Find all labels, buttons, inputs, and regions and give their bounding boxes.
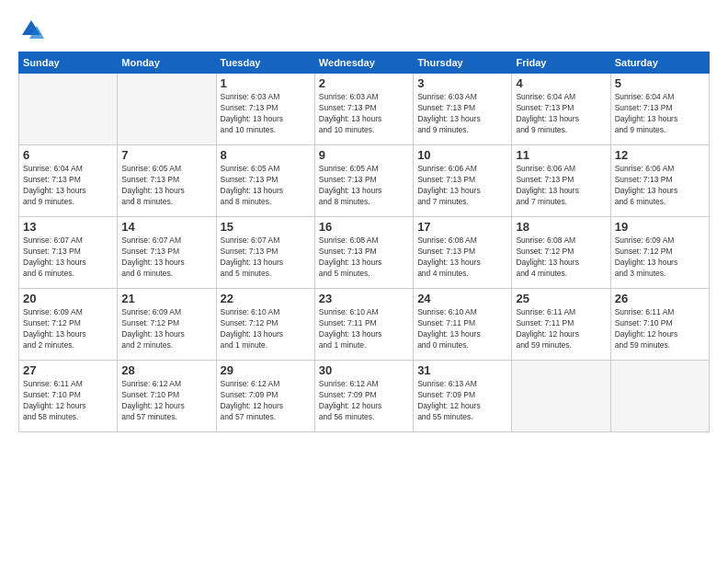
calendar-cell: 7Sunrise: 6:05 AM Sunset: 7:13 PM Daylig… (118, 145, 216, 217)
calendar-cell: 24Sunrise: 6:10 AM Sunset: 7:11 PM Dayli… (414, 289, 512, 361)
week-row-3: 20Sunrise: 6:09 AM Sunset: 7:12 PM Dayli… (19, 289, 710, 361)
day-number: 15 (221, 220, 311, 234)
calendar-cell: 19Sunrise: 6:09 AM Sunset: 7:12 PM Dayli… (610, 217, 709, 289)
calendar-cell: 17Sunrise: 6:08 AM Sunset: 7:13 PM Dayli… (414, 217, 512, 289)
day-number: 24 (417, 292, 507, 305)
day-number: 3 (417, 76, 507, 90)
day-number: 14 (121, 220, 211, 234)
calendar-cell: 25Sunrise: 6:11 AM Sunset: 7:11 PM Dayli… (512, 289, 610, 361)
logo-icon (18, 17, 44, 42)
day-info: Sunrise: 6:08 AM Sunset: 7:13 PM Dayligh… (319, 236, 409, 280)
day-number: 20 (23, 292, 113, 305)
calendar-cell: 13Sunrise: 6:07 AM Sunset: 7:13 PM Dayli… (19, 217, 118, 289)
day-info: Sunrise: 6:05 AM Sunset: 7:13 PM Dayligh… (319, 164, 409, 208)
day-info: Sunrise: 6:03 AM Sunset: 7:13 PM Dayligh… (319, 92, 409, 136)
day-number: 9 (319, 148, 409, 162)
week-row-2: 13Sunrise: 6:07 AM Sunset: 7:13 PM Dayli… (19, 217, 710, 289)
calendar-header-row: SundayMondayTuesdayWednesdayThursdayFrid… (19, 52, 710, 74)
day-info: Sunrise: 6:04 AM Sunset: 7:13 PM Dayligh… (23, 164, 113, 208)
calendar-cell (118, 74, 216, 145)
calendar-cell: 31Sunrise: 6:13 AM Sunset: 7:09 PM Dayli… (414, 361, 512, 432)
day-number: 26 (615, 292, 705, 305)
day-number: 7 (121, 148, 211, 162)
day-info: Sunrise: 6:07 AM Sunset: 7:13 PM Dayligh… (121, 236, 211, 280)
col-header-saturday: Saturday (610, 52, 709, 74)
day-number: 23 (319, 292, 409, 305)
day-info: Sunrise: 6:10 AM Sunset: 7:11 PM Dayligh… (319, 307, 409, 351)
calendar-cell: 4Sunrise: 6:04 AM Sunset: 7:13 PM Daylig… (512, 74, 610, 145)
header (18, 17, 710, 42)
day-number: 31 (417, 363, 507, 377)
week-row-1: 6Sunrise: 6:04 AM Sunset: 7:13 PM Daylig… (19, 145, 710, 217)
col-header-thursday: Thursday (414, 52, 512, 74)
day-number: 25 (516, 292, 606, 305)
calendar-cell: 1Sunrise: 6:03 AM Sunset: 7:13 PM Daylig… (216, 74, 314, 145)
day-info: Sunrise: 6:09 AM Sunset: 7:12 PM Dayligh… (615, 236, 705, 280)
day-info: Sunrise: 6:09 AM Sunset: 7:12 PM Dayligh… (121, 307, 211, 351)
day-number: 17 (417, 220, 507, 234)
col-header-wednesday: Wednesday (314, 52, 413, 74)
day-number: 18 (516, 220, 606, 234)
day-info: Sunrise: 6:10 AM Sunset: 7:12 PM Dayligh… (221, 307, 311, 351)
day-number: 27 (23, 363, 113, 377)
calendar-cell: 16Sunrise: 6:08 AM Sunset: 7:13 PM Dayli… (314, 217, 413, 289)
day-info: Sunrise: 6:12 AM Sunset: 7:10 PM Dayligh… (121, 379, 211, 423)
day-number: 11 (516, 148, 606, 162)
day-number: 21 (121, 292, 211, 305)
day-info: Sunrise: 6:11 AM Sunset: 7:10 PM Dayligh… (615, 307, 705, 351)
day-number: 10 (417, 148, 507, 162)
page: SundayMondayTuesdayWednesdayThursdayFrid… (0, 0, 728, 563)
day-info: Sunrise: 6:07 AM Sunset: 7:13 PM Dayligh… (23, 236, 113, 280)
day-number: 2 (319, 76, 409, 90)
logo (18, 17, 48, 42)
calendar-cell: 9Sunrise: 6:05 AM Sunset: 7:13 PM Daylig… (314, 145, 413, 217)
calendar-cell: 26Sunrise: 6:11 AM Sunset: 7:10 PM Dayli… (610, 289, 709, 361)
calendar-cell: 28Sunrise: 6:12 AM Sunset: 7:10 PM Dayli… (118, 361, 216, 432)
col-header-sunday: Sunday (19, 52, 118, 74)
day-info: Sunrise: 6:10 AM Sunset: 7:11 PM Dayligh… (417, 307, 507, 351)
calendar-cell: 8Sunrise: 6:05 AM Sunset: 7:13 PM Daylig… (216, 145, 314, 217)
calendar-cell: 15Sunrise: 6:07 AM Sunset: 7:13 PM Dayli… (216, 217, 314, 289)
day-info: Sunrise: 6:08 AM Sunset: 7:13 PM Dayligh… (417, 236, 507, 280)
day-info: Sunrise: 6:08 AM Sunset: 7:12 PM Dayligh… (516, 236, 606, 280)
day-number: 22 (221, 292, 311, 305)
day-info: Sunrise: 6:05 AM Sunset: 7:13 PM Dayligh… (221, 164, 311, 208)
calendar-cell: 10Sunrise: 6:06 AM Sunset: 7:13 PM Dayli… (414, 145, 512, 217)
day-number: 1 (221, 76, 311, 90)
day-info: Sunrise: 6:05 AM Sunset: 7:13 PM Dayligh… (121, 164, 211, 208)
day-number: 5 (615, 76, 705, 90)
day-number: 6 (23, 148, 113, 162)
day-number: 28 (121, 363, 211, 377)
day-info: Sunrise: 6:06 AM Sunset: 7:13 PM Dayligh… (417, 164, 507, 208)
day-info: Sunrise: 6:11 AM Sunset: 7:10 PM Dayligh… (23, 379, 113, 423)
day-info: Sunrise: 6:03 AM Sunset: 7:13 PM Dayligh… (417, 92, 507, 136)
col-header-tuesday: Tuesday (216, 52, 314, 74)
day-info: Sunrise: 6:12 AM Sunset: 7:09 PM Dayligh… (319, 379, 409, 423)
day-number: 29 (221, 363, 311, 377)
calendar-cell (19, 74, 118, 145)
calendar-cell: 2Sunrise: 6:03 AM Sunset: 7:13 PM Daylig… (314, 74, 413, 145)
calendar-cell: 22Sunrise: 6:10 AM Sunset: 7:12 PM Dayli… (216, 289, 314, 361)
col-header-friday: Friday (512, 52, 610, 74)
calendar-cell (512, 361, 610, 432)
day-info: Sunrise: 6:06 AM Sunset: 7:13 PM Dayligh… (516, 164, 606, 208)
col-header-monday: Monday (118, 52, 216, 74)
calendar-cell: 30Sunrise: 6:12 AM Sunset: 7:09 PM Dayli… (314, 361, 413, 432)
calendar-cell: 27Sunrise: 6:11 AM Sunset: 7:10 PM Dayli… (19, 361, 118, 432)
day-info: Sunrise: 6:09 AM Sunset: 7:12 PM Dayligh… (23, 307, 113, 351)
calendar-table: SundayMondayTuesdayWednesdayThursdayFrid… (18, 52, 710, 432)
week-row-0: 1Sunrise: 6:03 AM Sunset: 7:13 PM Daylig… (19, 74, 710, 145)
calendar-cell: 18Sunrise: 6:08 AM Sunset: 7:12 PM Dayli… (512, 217, 610, 289)
day-info: Sunrise: 6:04 AM Sunset: 7:13 PM Dayligh… (516, 92, 606, 136)
calendar-cell: 5Sunrise: 6:04 AM Sunset: 7:13 PM Daylig… (610, 74, 709, 145)
day-info: Sunrise: 6:13 AM Sunset: 7:09 PM Dayligh… (417, 379, 507, 423)
day-info: Sunrise: 6:07 AM Sunset: 7:13 PM Dayligh… (221, 236, 311, 280)
day-info: Sunrise: 6:12 AM Sunset: 7:09 PM Dayligh… (221, 379, 311, 423)
day-number: 12 (615, 148, 705, 162)
calendar-cell: 11Sunrise: 6:06 AM Sunset: 7:13 PM Dayli… (512, 145, 610, 217)
day-info: Sunrise: 6:11 AM Sunset: 7:11 PM Dayligh… (516, 307, 606, 351)
calendar-cell: 3Sunrise: 6:03 AM Sunset: 7:13 PM Daylig… (414, 74, 512, 145)
calendar-cell: 23Sunrise: 6:10 AM Sunset: 7:11 PM Dayli… (314, 289, 413, 361)
calendar-cell: 20Sunrise: 6:09 AM Sunset: 7:12 PM Dayli… (19, 289, 118, 361)
calendar-cell: 14Sunrise: 6:07 AM Sunset: 7:13 PM Dayli… (118, 217, 216, 289)
